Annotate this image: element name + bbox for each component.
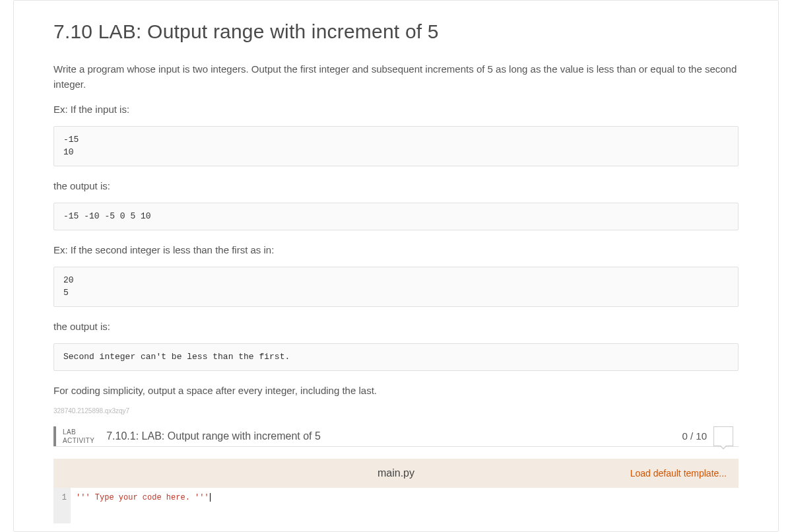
file-name: main.py (378, 467, 414, 479)
text-cursor-icon (210, 493, 211, 502)
example-1-input: -15 10 (53, 126, 739, 166)
lab-tag-line2: ACTIVITY (63, 436, 94, 445)
load-template-link[interactable]: Load default template... (630, 468, 739, 479)
example-label-1: Ex: If the input is: (53, 102, 739, 117)
closing-note: For coding simplicity, output a space af… (53, 383, 739, 398)
code-area[interactable]: ''' Type your code here. ''' (71, 488, 739, 523)
output-label-1: the output is: (53, 178, 739, 193)
lab-card: 7.10 LAB: Output range with increment of… (13, 0, 779, 532)
example-2-output: Second integer can't be less than the fi… (53, 343, 739, 371)
intro-paragraph: Write a program whose input is two integ… (53, 61, 739, 92)
activity-bar: LAB ACTIVITY 7.10.1: LAB: Output range w… (53, 421, 739, 447)
output-label-2: the output is: (53, 319, 739, 334)
score-bookmark-icon (713, 426, 733, 446)
line-number-gutter: 1 (53, 488, 71, 523)
activity-title: 7.10.1: LAB: Output range with increment… (104, 426, 682, 446)
file-bar: main.py Load default template... (53, 459, 739, 488)
example-label-2: Ex: If the second integer is less than t… (53, 242, 739, 257)
example-1-output: -15 -10 -5 0 5 10 (53, 203, 739, 230)
seed-id: 328740.2125898.qx3zqy7 (53, 407, 739, 415)
lab-activity-tag: LAB ACTIVITY (53, 426, 104, 446)
score-text: 0 / 10 (682, 430, 707, 442)
line-number-1: 1 (57, 492, 67, 504)
page-title: 7.10 LAB: Output range with increment of… (53, 20, 739, 43)
score-area: 0 / 10 (682, 426, 739, 446)
code-editor[interactable]: 1 ''' Type your code here. ''' (53, 488, 739, 523)
code-line-1: ''' Type your code here. ''' (76, 493, 209, 502)
example-2-input: 20 5 (53, 267, 739, 307)
lab-tag-line1: LAB (63, 428, 94, 436)
